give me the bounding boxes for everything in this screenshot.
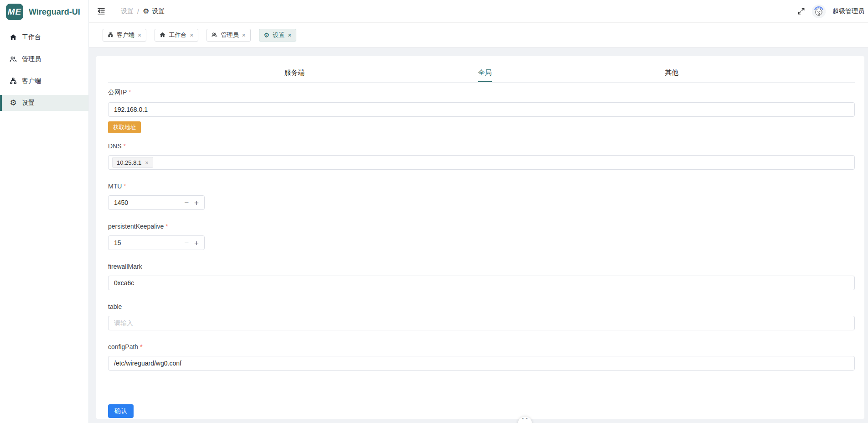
config-path-input[interactable] [108, 356, 855, 371]
tab-global[interactable]: 全局 [478, 68, 492, 82]
firewall-mark-input[interactable] [108, 276, 855, 290]
fab-icon: ⌃⌃ [521, 418, 529, 423]
global-settings-form: 公网IP * 获取地址 DNS * 10.25.8.1 × [108, 89, 855, 418]
public-ip-input[interactable] [108, 102, 855, 117]
close-icon[interactable]: × [242, 32, 245, 38]
sitemap-icon [108, 32, 114, 38]
label-text: table [108, 303, 122, 310]
label-text: firewallMark [108, 263, 142, 270]
sidebar-item-label: 管理员 [22, 55, 41, 63]
app-logo: ME [6, 4, 23, 20]
settings-tabs: 服务端 全局 其他 [108, 56, 855, 83]
tab-chip-label: 客户端 [117, 31, 134, 39]
tab-chip-clients[interactable]: 客户端 × [103, 29, 146, 42]
sidebar-item-workbench[interactable]: 工作台 [0, 29, 88, 46]
gear-icon: ⚙ [10, 99, 17, 107]
form-item-dns: DNS * 10.25.8.1 × [108, 142, 855, 170]
app-title: Wireguard-UI [29, 7, 80, 17]
persistent-keepalive-input[interactable] [108, 239, 163, 246]
tab-other[interactable]: 其他 [665, 68, 679, 82]
topbar: 设置 / ⚙ 设置 超级管理员 [89, 0, 868, 23]
form-item-firewall-mark: firewallMark [108, 263, 855, 290]
close-icon[interactable]: × [138, 32, 141, 38]
mtu-stepper: − + [108, 195, 205, 210]
close-icon[interactable]: × [190, 32, 193, 38]
label-text: MTU [108, 183, 122, 190]
settings-card: 服务端 全局 其他 公网IP * 获取地址 DNS * 1 [96, 56, 864, 419]
dns-tag-value: 10.25.8.1 [117, 159, 141, 166]
collapse-sidebar-icon[interactable] [97, 7, 105, 15]
field-label: firewallMark [108, 263, 855, 270]
sidebar-item-admins[interactable]: 管理员 [0, 51, 88, 68]
breadcrumb-separator: / [137, 8, 139, 15]
required-mark: * [165, 223, 168, 230]
required-mark: * [129, 89, 131, 97]
sitemap-icon [10, 78, 17, 85]
open-tabs-bar: 客户端 × 工作台 × 管理员 × ⚙ 设置 × [89, 23, 868, 47]
dns-tag: 10.25.8.1 × [112, 157, 153, 168]
users-icon [10, 56, 17, 63]
remove-tag-icon[interactable]: × [145, 160, 149, 166]
page-background: 服务端 全局 其他 公网IP * 获取地址 DNS * 1 [89, 47, 868, 423]
form-item-table: table [108, 303, 855, 330]
get-address-button[interactable]: 获取地址 [108, 121, 141, 133]
required-mark: * [140, 343, 142, 350]
sidebar-item-settings[interactable]: ⚙ 设置 [0, 95, 88, 111]
breadcrumb: 设置 / ⚙ 设置 [121, 7, 165, 16]
tab-chip-label: 设置 [273, 31, 284, 39]
label-text: 公网IP [108, 89, 127, 97]
gear-icon: ⚙ [143, 8, 149, 15]
tab-chip-label: 工作台 [169, 31, 186, 39]
breadcrumb-current: ⚙ 设置 [143, 7, 165, 16]
topbar-right: 超级管理员 [797, 5, 868, 18]
field-label: MTU * [108, 183, 855, 190]
tab-chip-workbench[interactable]: 工作台 × [155, 29, 198, 42]
decrease-icon[interactable]: − [184, 239, 189, 247]
required-mark: * [124, 183, 126, 190]
users-icon [212, 32, 217, 38]
increase-icon[interactable]: + [194, 239, 199, 247]
field-label: configPath * [108, 343, 855, 350]
required-mark: * [124, 142, 126, 150]
label-text: persistentKeepalive [108, 223, 164, 230]
home-icon [160, 32, 165, 38]
sidebar: ME Wireguard-UI 工作台 管理员 [0, 0, 89, 423]
breadcrumb-current-label: 设置 [152, 7, 165, 16]
field-label: DNS * [108, 142, 855, 150]
close-icon[interactable]: × [288, 32, 291, 38]
brand: ME Wireguard-UI [0, 0, 88, 24]
table-input[interactable] [108, 316, 855, 330]
form-item-public-ip: 公网IP * 获取地址 [108, 89, 855, 133]
increase-icon[interactable]: + [194, 199, 199, 207]
form-item-config-path: configPath * [108, 343, 855, 371]
tab-chip-label: 管理员 [221, 31, 238, 39]
sidebar-item-clients[interactable]: 客户端 [0, 73, 88, 89]
form-item-mtu: MTU * − + [108, 183, 855, 210]
sidebar-item-label: 工作台 [22, 33, 41, 42]
breadcrumb-parent[interactable]: 设置 [121, 7, 134, 16]
confirm-button[interactable]: 确认 [108, 404, 134, 418]
fullscreen-icon[interactable] [797, 7, 805, 15]
dns-tags-input[interactable]: 10.25.8.1 × [108, 155, 855, 170]
decrease-icon[interactable]: − [184, 199, 189, 207]
field-label: 公网IP * [108, 89, 855, 97]
sidebar-menu: 工作台 管理员 客户端 ⚙ 设置 [0, 29, 88, 111]
user-avatar[interactable] [812, 5, 826, 18]
tab-chip-settings[interactable]: ⚙ 设置 × [259, 29, 297, 42]
mtu-input[interactable] [108, 199, 163, 206]
label-text: DNS [108, 142, 122, 150]
sidebar-item-label: 设置 [22, 99, 35, 107]
home-icon [10, 34, 17, 41]
tab-server[interactable]: 服务端 [284, 68, 305, 82]
field-label: table [108, 303, 855, 310]
gear-icon: ⚙ [264, 32, 270, 38]
label-text: configPath [108, 343, 138, 350]
form-item-persistent-keepalive: persistentKeepalive * − + [108, 223, 855, 250]
sidebar-item-label: 客户端 [22, 77, 41, 85]
persistent-keepalive-stepper: − + [108, 235, 205, 250]
username-label[interactable]: 超级管理员 [832, 7, 864, 16]
field-label: persistentKeepalive * [108, 223, 855, 230]
tab-chip-admins[interactable]: 管理员 × [207, 29, 250, 42]
